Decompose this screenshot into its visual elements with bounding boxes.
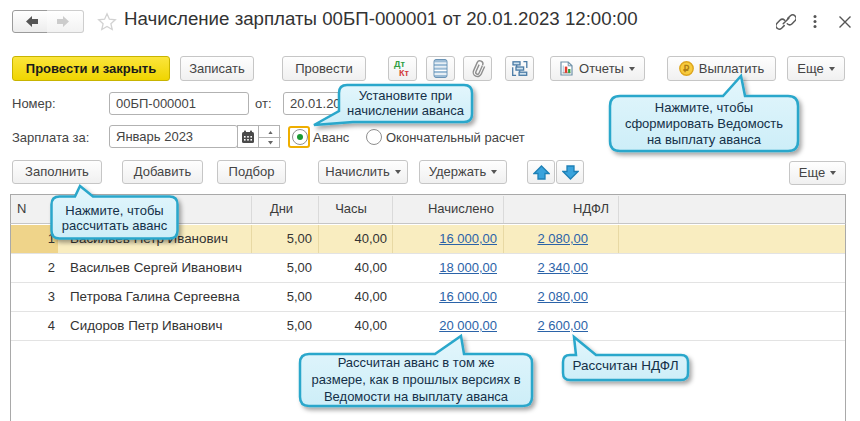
svg-text:₽: ₽ <box>683 63 689 74</box>
svg-text:Кт: Кт <box>399 68 409 78</box>
